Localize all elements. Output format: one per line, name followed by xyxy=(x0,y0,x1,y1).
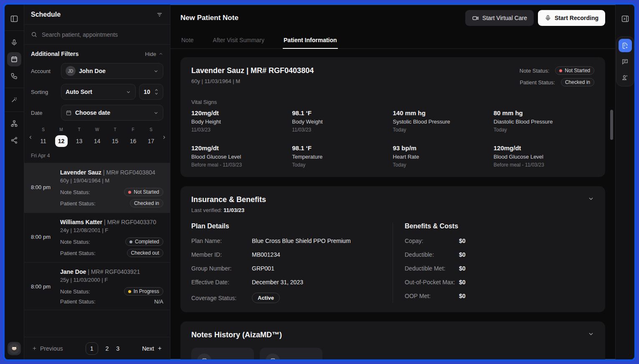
vital-item: 140 mm hgSystolic Blood PressureToday xyxy=(393,109,494,133)
start-virtual-care-button[interactable]: Start Virtual Care xyxy=(465,10,534,26)
vital-item: 120mg/dtBlood Glucose LevelBefore meal -… xyxy=(191,144,292,168)
next-page-button[interactable]: Next xyxy=(142,345,162,352)
patient-name: Williams Katter xyxy=(60,219,102,225)
patient-card-demographics: 60y | 11/03/1964 | M xyxy=(191,78,314,84)
last-verified-label: Last verified: xyxy=(191,207,222,213)
user-avatar[interactable] xyxy=(8,342,21,355)
chat-icon[interactable] xyxy=(619,55,632,68)
notes-history-card: Notes History (AizaMD™) Note 11/03/23 xyxy=(180,321,605,359)
benefit-row-label: Deductible: xyxy=(405,251,459,258)
account-select[interactable]: JD John Doe xyxy=(61,63,163,79)
app-window: Schedule Additional Filters Hide Account xyxy=(3,3,636,361)
vital-item: 93 bp/mHeart RateToday xyxy=(393,144,494,168)
date-cell[interactable]: 16 xyxy=(124,135,142,147)
page-button-1[interactable]: 1 xyxy=(86,342,98,355)
sorting-count-stepper[interactable]: 10 xyxy=(139,84,163,100)
previous-week-icon[interactable] xyxy=(27,134,34,141)
patient-mr: | MR# RGF0403804 xyxy=(103,169,155,176)
date-select[interactable]: Choose date xyxy=(61,105,163,121)
appointments-list: 8:00 pm Lavender Sauz | MR# RGF0403804 6… xyxy=(24,163,170,337)
vital-item: 98.1 ‘FTemperatureToday xyxy=(292,144,393,168)
vital-item: 98.1 ‘FBody Weight11/03/23 xyxy=(292,109,393,133)
plan-details-title: Plan Details xyxy=(191,222,381,230)
day-letter: W xyxy=(88,127,106,132)
tab-after-visit-summary[interactable]: After Visit Summary xyxy=(212,33,265,48)
benefit-row-label: Deductible Met: xyxy=(405,265,459,272)
vitals-title: Vital Signs xyxy=(191,99,594,105)
benefit-row-value: $0 xyxy=(459,238,466,244)
patient-status-label: Patient Status: xyxy=(60,250,96,256)
plan-row-value: GRP001 xyxy=(252,265,274,272)
date-cell[interactable]: 15 xyxy=(106,135,124,147)
phone-icon[interactable] xyxy=(7,69,21,83)
appointment-card[interactable]: 8:00 pm Jane Doe | MR# RGF0403921 25y | … xyxy=(24,263,170,310)
note-status-label: Note Status: xyxy=(60,288,90,295)
date-cell[interactable]: 11 xyxy=(34,135,52,147)
note-status-label: Note Status: xyxy=(60,239,90,245)
benefit-row-value: $0 xyxy=(459,293,466,299)
patient-card-title: Lavender Sauz | MR# RGF0403804 xyxy=(191,66,314,75)
patient-demographics: 25y | 11/03/2000 | F xyxy=(60,277,163,283)
tab-patient-information[interactable]: Patient Information xyxy=(283,33,338,48)
account-label: Account xyxy=(31,68,61,74)
plan-row-value: MB001234 xyxy=(252,251,280,258)
appointment-card[interactable]: 8:00 pm Williams Katter | MR# RGF0403370… xyxy=(24,213,170,263)
patient-name: Jane Doe xyxy=(60,268,86,275)
collapse-insurance-chevron-icon[interactable] xyxy=(588,195,594,202)
day-letter: F xyxy=(124,127,142,132)
filter-icon[interactable] xyxy=(156,11,163,18)
previous-page-button[interactable]: Previous xyxy=(32,345,63,352)
divider xyxy=(393,222,393,303)
additional-filters: Additional Filters Hide Account JD John … xyxy=(24,45,170,126)
day-letter: S xyxy=(34,127,52,132)
microphone-icon xyxy=(545,15,551,21)
insurance-title: Insurance & Benefits xyxy=(191,195,266,204)
collapse-notes-chevron-icon[interactable] xyxy=(588,331,594,337)
magic-wand-icon[interactable] xyxy=(7,93,21,107)
microphone-icon[interactable] xyxy=(7,35,21,50)
plan-row-label: Effective Date: xyxy=(191,279,252,286)
sorting-select[interactable]: Auto Sort xyxy=(61,84,136,100)
chevron-up-icon xyxy=(158,51,163,56)
benefits-costs-section: Benefits & Costs Copay:$0 Deductible:$0 … xyxy=(405,222,594,303)
main-content: New Patient Note Start Virtual Care Star… xyxy=(170,5,615,359)
start-recording-button[interactable]: Start Recording xyxy=(538,10,605,26)
next-week-icon[interactable] xyxy=(160,134,167,141)
patient-status-badge: Checked in xyxy=(561,78,594,86)
appointment-card[interactable]: 8:00 pm Lavender Sauz | MR# RGF0403804 6… xyxy=(24,163,170,213)
pagination: Previous 1 2 3 Next xyxy=(24,337,170,359)
hide-filters-button[interactable]: Hide xyxy=(145,51,163,57)
search-bar xyxy=(24,25,170,45)
collapse-panel-right-icon[interactable] xyxy=(618,12,632,26)
date-cell[interactable]: 17 xyxy=(142,135,160,147)
note-history-item[interactable]: Note 11/03/23 xyxy=(191,348,254,359)
left-icon-rail xyxy=(5,5,24,359)
page-button-2[interactable]: 2 xyxy=(106,345,109,352)
date-cell-selected[interactable]: 12 xyxy=(52,135,70,147)
video-camera-icon xyxy=(472,15,479,22)
patient-demographics: 24y | 12/08/2001 | F xyxy=(60,227,163,233)
day-letter: T xyxy=(106,127,124,132)
page-button-3[interactable]: 3 xyxy=(116,345,119,352)
sidebar-toggle-icon[interactable] xyxy=(7,12,21,26)
share-icon[interactable] xyxy=(7,133,21,147)
ai-tools-group xyxy=(616,36,634,86)
note-history-item[interactable]: Note 07/02/23 xyxy=(260,348,322,359)
calendar-icon[interactable] xyxy=(7,52,21,66)
patient-mr: | MR# RGF0403921 xyxy=(88,268,140,275)
stepper-updown-icon[interactable] xyxy=(154,88,159,95)
person-sparkle-icon[interactable] xyxy=(619,71,632,84)
org-chart-icon[interactable] xyxy=(7,116,21,131)
search-icon xyxy=(31,31,38,38)
status-dot xyxy=(129,240,132,243)
ai-note-document-icon[interactable] xyxy=(619,39,632,52)
search-input[interactable] xyxy=(42,31,163,38)
date-cell[interactable]: 13 xyxy=(70,135,88,147)
note-status-badge: Not Started xyxy=(555,66,594,75)
tab-note[interactable]: Note xyxy=(180,33,195,48)
date-cell[interactable]: 14 xyxy=(88,135,106,147)
plan-details-section: Plan Details Plan Name:Blue Cross Blue S… xyxy=(191,222,381,303)
chevron-down-icon xyxy=(153,68,159,74)
scrollbar-thumb[interactable] xyxy=(610,110,613,140)
note-status-label: Note Status: xyxy=(520,68,550,74)
